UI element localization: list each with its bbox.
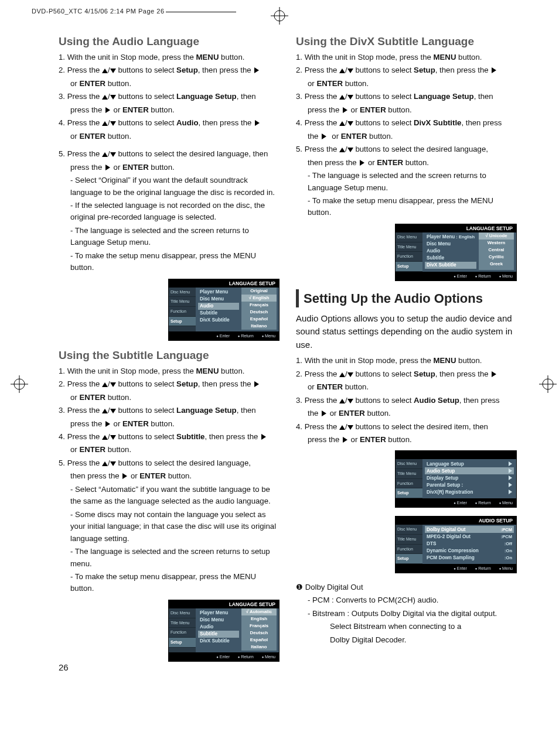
divx-note: - To make the setup menu disappear, pres… <box>296 195 517 219</box>
osd-tab: Title Menu <box>169 297 196 307</box>
bullet-1-icon <box>296 583 305 591</box>
osd-item: DivX Subtitle <box>198 317 239 324</box>
osd-language-divx: LANGUAGE SETUP Disc MenuTitle Menu Funct… <box>395 224 517 281</box>
osd-item: Audio <box>198 303 239 310</box>
page-number: 26 <box>59 662 69 672</box>
osd-language-audio: LANGUAGE SETUP Disc Menu Title Menu Func… <box>168 279 280 341</box>
osd-item: Disc Menu <box>198 296 239 303</box>
osd-item: Player Menu <box>198 289 239 296</box>
audio-options-steps: 1. With the unit in Stop mode, press the… <box>296 355 517 446</box>
osd-popup: Original English Français Deutsch Españo… <box>241 288 277 330</box>
down-icon <box>110 69 116 73</box>
subtitle-note: - To make the setup menu disappear, pres… <box>59 571 280 595</box>
heading-audio-options: Setting Up the Audio Options <box>296 289 517 307</box>
osd-tab: Disc Menu <box>169 288 196 297</box>
up-icon <box>102 69 108 73</box>
osd-setup-root: Disc MenuTitle Menu FunctionSetup Langua… <box>395 450 517 508</box>
subtitle-note: - Some discs may not contain the languag… <box>59 509 280 545</box>
osd-tab: Setup <box>169 317 196 327</box>
subtitle-note: - The language is selected and the scree… <box>59 546 280 570</box>
osd-tab: Function <box>169 307 196 317</box>
osd-item: Subtitle <box>198 310 239 317</box>
heading-subtitle-language: Using the Subtitle Language <box>59 349 280 362</box>
subtitle-language-steps: 1. With the unit in Stop mode, press the… <box>59 365 280 595</box>
left-column: Using the Audio Language 1. With the uni… <box>59 33 280 670</box>
right-icon <box>254 67 259 73</box>
subtitle-note: - Select “Automatic” if you want the sub… <box>59 484 280 508</box>
heading-divx-subtitle: Using the DivX Subtitle Language <box>296 35 517 48</box>
audio-note: - Select “Original” if you want the defa… <box>59 175 280 199</box>
osd-audio-setup: AUDIO SETUP Disc MenuTitle Menu Function… <box>395 516 517 573</box>
audio-options-intro: Audio Options allows you to setup the au… <box>296 312 517 352</box>
audio-note: - The language is selected and the scree… <box>59 225 280 249</box>
divx-note: - The language is selected and the scree… <box>296 170 517 194</box>
osd-title: LANGUAGE SETUP <box>169 279 279 288</box>
page-body: Using the Audio Language 1. With the uni… <box>0 0 559 690</box>
dolby-digital-notes: Dolby Digital Out - PCM : Converts to PC… <box>296 581 517 646</box>
right-column: Using the DivX Subtitle Language 1. With… <box>296 33 517 670</box>
osd-language-subtitle: LANGUAGE SETUP Disc MenuTitle Menu Funct… <box>168 600 280 662</box>
audio-language-steps: 1. With the unit in Stop mode, press the… <box>59 52 280 274</box>
divx-steps: 1. With the unit in Stop mode, press the… <box>296 52 517 219</box>
audio-note: - If the selected language is not record… <box>59 200 280 224</box>
heading-audio-language: Using the Audio Language <box>59 35 280 48</box>
audio-note: - To make the setup menu disappear, pres… <box>59 250 280 274</box>
osd-title: LANGUAGE SETUP <box>169 600 279 608</box>
osd-footer: EnterReturnMenu <box>169 331 279 340</box>
